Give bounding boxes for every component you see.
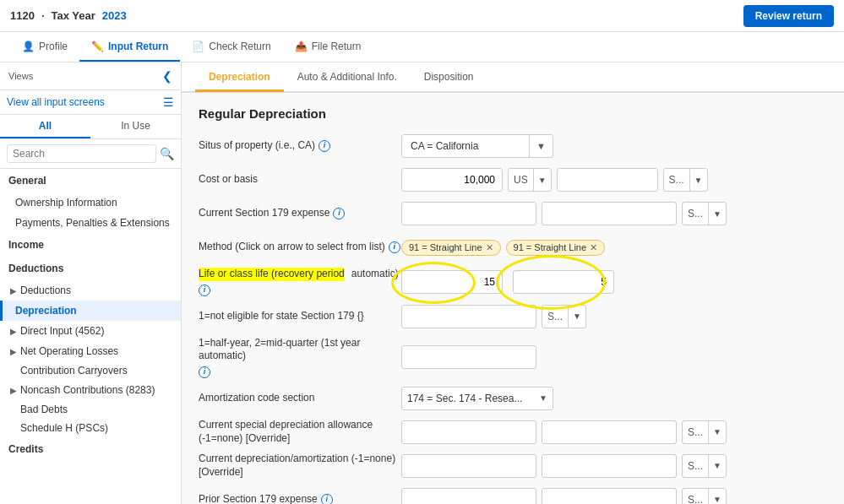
form-row-current-depr: Current depreciation/amortization (-1=no… (199, 453, 827, 480)
sidebar-item-general[interactable]: General (0, 169, 181, 192)
sidebar-search: 🔍 (0, 139, 181, 169)
method-info-icon[interactable]: i (389, 241, 400, 253)
send-icon: 📤 (295, 41, 308, 52)
special-depr-label: Current special depreciation allowance (… (199, 419, 401, 445)
sidebar-nav: General Ownership Information Payments, … (0, 169, 181, 504)
search-icon[interactable]: 🔍 (160, 147, 174, 160)
sidebar-item-deductions-section[interactable]: Deductions (0, 257, 181, 280)
section179-input2[interactable] (542, 202, 677, 225)
edit-icon: ✏️ (91, 41, 104, 52)
179-state-input[interactable] (401, 305, 536, 328)
tab-profile[interactable]: 👤 Profile (10, 32, 79, 62)
sidebar-item-income[interactable]: Income (0, 233, 181, 257)
sub-tab-auto[interactable]: Auto & Additional Info. (284, 63, 411, 92)
chevron-right-icon-2: ▶ (10, 327, 17, 336)
sub-tabs: Depreciation Auto & Additional Info. Dis… (182, 62, 844, 93)
sidebar-item-schedule-h[interactable]: Schedule H (PSCs) (0, 419, 181, 437)
filter-icon[interactable]: ☰ (163, 95, 174, 109)
method-pill-1[interactable]: 91 = Straight Line ✕ (401, 240, 501, 256)
sidebar-tab-in-use[interactable]: In Use (90, 115, 181, 138)
prior-179-label: Prior Section 179 expense i (199, 493, 401, 504)
current-depr-select-arrow: ▼ (708, 455, 726, 477)
top-bar: 1120 · Tax Year 2023 Review return (0, 0, 844, 32)
half-year-info-icon[interactable]: i (199, 366, 210, 378)
tab-file-return[interactable]: 📤 File Return (283, 32, 373, 62)
179-state-select-arrow: ▼ (568, 306, 585, 328)
current-depr-label: Current depreciation/amortization (-1=no… (199, 453, 401, 479)
method-pill1-close[interactable]: ✕ (486, 242, 493, 253)
doc-icon: 📄 (192, 41, 204, 52)
form-row-prior-179: Prior Section 179 expense i S... ▼ (199, 486, 827, 504)
method-pill-2[interactable]: 91 = Straight Line ✕ (506, 240, 606, 256)
amortization-dropdown-arrow: ▼ (539, 393, 547, 403)
current-depr-input1[interactable] (401, 454, 536, 478)
form-row-amortization: Amortization code section 174 = Sec. 174… (199, 385, 827, 412)
section179-select[interactable]: S... ▼ (682, 202, 727, 225)
section179-info-icon[interactable]: i (333, 208, 345, 219)
app-name: 1120 (10, 9, 35, 22)
cost-basis-input2[interactable] (557, 168, 658, 192)
chevron-right-icon: ▶ (10, 286, 17, 295)
special-depr-input1[interactable] (401, 420, 536, 444)
sub-tab-depreciation[interactable]: Depreciation (195, 63, 284, 92)
life-input2[interactable] (513, 270, 614, 294)
cost-basis-country-select[interactable]: US ▼ (508, 168, 552, 192)
cost-basis-country-arrow: ▼ (533, 169, 551, 191)
cost-basis-select2[interactable]: S... ▼ (663, 168, 708, 192)
situs-select[interactable]: CA = California ▼ (401, 134, 553, 158)
sidebar-item-net-op[interactable]: ▶ Net Operating Losses (0, 341, 181, 361)
prior-179-select[interactable]: S... ▼ (682, 488, 727, 504)
half-year-label: 1=half-year, 2=mid-quarter (1st year aut… (199, 337, 401, 378)
life-input1[interactable] (401, 270, 503, 294)
half-year-input[interactable] (401, 345, 536, 369)
half-year-controls (401, 345, 827, 369)
nav-tabs: 👤 Profile ✏️ Input Return 📄 Check Return… (0, 32, 844, 62)
top-bar-right: Review return (743, 5, 834, 27)
current-depr-select[interactable]: S... ▼ (682, 454, 727, 478)
review-return-button[interactable]: Review return (743, 5, 834, 27)
sidebar-item-direct-input[interactable]: ▶ Direct Input (4562) (0, 321, 181, 341)
current-depr-input2[interactable] (542, 454, 677, 478)
sidebar: Views ❮ View all input screens ☰ All In … (0, 62, 182, 504)
sidebar-item-deductions[interactable]: ▶ Deductions (0, 280, 181, 301)
prior-179-input1[interactable] (401, 488, 536, 504)
sidebar-item-bad-debts[interactable]: Bad Debts (0, 400, 181, 419)
tax-year-label: · (41, 9, 45, 22)
special-depr-select[interactable]: S... ▼ (682, 420, 727, 444)
life-info-icon[interactable]: i (199, 285, 210, 296)
form-row-method: Method (Click on arrow to select from li… (199, 234, 827, 261)
tax-year-value: 2023 (102, 9, 127, 22)
sidebar-item-credits[interactable]: Credits (0, 437, 181, 461)
sidebar-item-payments[interactable]: Payments, Penalties & Extensions (0, 213, 181, 233)
prior-179-input2[interactable] (542, 488, 677, 504)
chevron-left-icon[interactable]: ❮ (162, 69, 172, 83)
sub-tab-disposition[interactable]: Disposition (411, 63, 487, 92)
view-all-screens[interactable]: View all input screens (7, 96, 105, 108)
method-controls: 91 = Straight Line ✕ 91 = Straight Line … (401, 240, 827, 256)
section179-controls: S... ▼ (401, 202, 827, 225)
cost-basis-input[interactable] (401, 168, 503, 192)
situs-info-icon[interactable]: i (319, 140, 330, 152)
person-icon: 👤 (22, 41, 35, 52)
method-pill2-close[interactable]: ✕ (590, 242, 597, 253)
tab-input-return[interactable]: ✏️ Input Return (79, 32, 180, 62)
sidebar-item-depreciation[interactable]: Depreciation (0, 301, 181, 321)
prior-179-info-icon[interactable]: i (321, 494, 333, 504)
search-input[interactable] (7, 144, 156, 163)
sidebar-item-contribution[interactable]: Contribution Carryovers (0, 361, 181, 380)
chevron-right-icon-3: ▶ (10, 347, 17, 356)
cost-basis-select2-arrow: ▼ (689, 169, 707, 191)
tab-check-return[interactable]: 📄 Check Return (180, 32, 282, 62)
sidebar-item-noncash[interactable]: ▶ Noncash Contributions (8283) (0, 380, 181, 400)
amortization-label: Amortization code section (199, 392, 401, 405)
prior-179-select-arrow: ▼ (708, 489, 726, 504)
sidebar-item-ownership[interactable]: Ownership Information (0, 192, 181, 213)
amortization-dropdown[interactable]: 174 = Sec. 174 - Resea... ▼ (401, 387, 553, 410)
179-state-select[interactable]: S... ▼ (542, 305, 586, 328)
views-label: Views (8, 71, 33, 81)
special-depr-input2[interactable] (542, 420, 677, 444)
section179-input1[interactable] (401, 202, 536, 225)
cost-basis-label: Cost or basis (199, 173, 401, 187)
sidebar-tab-all[interactable]: All (0, 115, 90, 138)
form-row-section179: Current Section 179 expense i S... ▼ (199, 200, 827, 227)
